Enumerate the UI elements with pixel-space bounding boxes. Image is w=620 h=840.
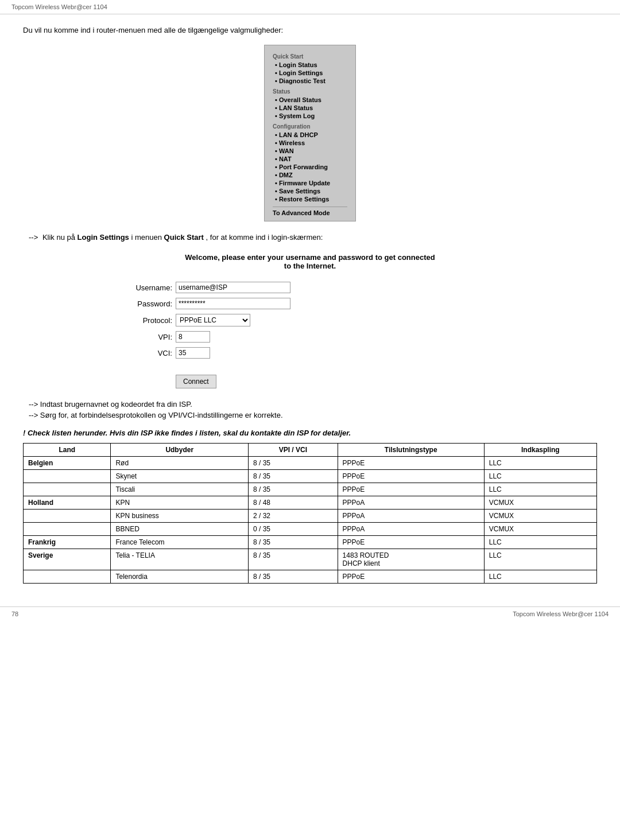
menu-item-wireless: Wireless [275, 139, 347, 147]
menu-item-dmz: DMZ [275, 171, 347, 179]
instruction-bold2: Quick Start [164, 233, 204, 242]
col-type: Tilslutningstype [338, 444, 484, 457]
cell-udbyder: BBNED [111, 523, 249, 536]
cell-indkaspling: LLC [484, 570, 596, 584]
password-input[interactable] [176, 298, 290, 309]
cell-vpi-vci: 8 / 48 [249, 496, 338, 510]
cell-land: Holland [24, 496, 111, 510]
table-row: Skynet8 / 35PPPoELLC [24, 470, 597, 483]
cell-indkaspling: VCMUX [484, 510, 596, 523]
cell-indkaspling: LLC [484, 457, 596, 470]
cell-vpi-vci: 8 / 35 [249, 470, 338, 483]
vpi-row: VPI: [126, 331, 597, 343]
connect-button[interactable]: Connect [176, 375, 216, 388]
protocol-row: Protocol: PPPoE LLC PPPoA LLC PPPoA VC-M… [126, 314, 597, 326]
login-form: Username: Password: Protocol: PPPoE LLC … [23, 282, 597, 388]
cell-indkaspling: LLC [484, 536, 596, 549]
header-title: Topcom Wireless Webr@cer 1104 [11, 3, 107, 10]
footer-page-number: 78 [11, 610, 18, 617]
cell-type: PPPoA [338, 496, 484, 510]
cell-type: 1483 ROUTED DHCP klient [338, 549, 484, 570]
cell-land [24, 470, 111, 483]
cell-type: PPPoE [338, 457, 484, 470]
cell-indkaspling: VCMUX [484, 496, 596, 510]
welcome-line2: to the Internet. [138, 262, 482, 270]
menu-section-configuration: Configuration [273, 123, 347, 130]
table-row: Telenordia8 / 35PPPoELLC [24, 570, 597, 584]
cell-vpi-vci: 8 / 35 [249, 570, 338, 584]
welcome-box: Welcome, please enter your username and … [138, 253, 482, 270]
table-row: KPN business2 / 32PPPoAVCMUX [24, 510, 597, 523]
menu-item-overall-status: Overall Status [275, 96, 347, 104]
cell-type: PPPoA [338, 510, 484, 523]
table-row: BelgienRød8 / 35PPPoELLC [24, 457, 597, 470]
menu-item-firmware-update: Firmware Update [275, 179, 347, 187]
cell-vpi-vci: 8 / 35 [249, 457, 338, 470]
cell-udbyder: Telia - TELIA [111, 549, 249, 570]
protocol-select[interactable]: PPPoE LLC PPPoA LLC PPPoA VC-MUX PPPoE V… [176, 314, 250, 326]
cell-udbyder: KPN [111, 496, 249, 510]
table-header-row: Land Udbyder VPI / VCI Tilslutningstype … [24, 444, 597, 457]
cell-land: Sverige [24, 549, 111, 570]
menu-item-login-status: Login Status [275, 61, 347, 69]
isp-table: Land Udbyder VPI / VCI Tilslutningstype … [23, 443, 597, 584]
cell-vpi-vci: 2 / 32 [249, 510, 338, 523]
menu-section-quick-start: Quick Start [273, 53, 347, 60]
hint-line1: --> Indtast brugernavnet og kodeordet fr… [23, 400, 597, 409]
menu-item-restore-settings: Restore Settings [275, 195, 347, 203]
username-input[interactable] [176, 282, 290, 293]
vpi-input[interactable] [176, 331, 210, 343]
cell-udbyder: Tiscali [111, 483, 249, 496]
vci-input[interactable] [176, 347, 210, 359]
cell-indkaspling: LLC [484, 483, 596, 496]
cell-udbyder: Rød [111, 457, 249, 470]
menu-item-lan-dhcp: LAN & DHCP [275, 131, 347, 139]
password-label: Password: [126, 300, 172, 308]
instruction-bold1: Login Settings [78, 233, 129, 242]
hint-line2: --> Sørg for, at forbindelsesprotokollen… [23, 411, 597, 419]
page-content: Du vil nu komme ind i router-menuen med … [0, 14, 620, 595]
footer-title: Topcom Wireless Webr@cer 1104 [513, 610, 609, 617]
table-row: HollandKPN8 / 48PPPoAVCMUX [24, 496, 597, 510]
username-row: Username: [126, 282, 597, 293]
menu-screenshot: Quick Start Login Status Login Settings … [23, 45, 597, 221]
menu-item-port-forwarding: Port Forwarding [275, 163, 347, 171]
cell-land [24, 483, 111, 496]
password-row: Password: [126, 298, 597, 309]
warning-text: ! Check listen herunder. Hvis din ISP ik… [23, 429, 597, 437]
cell-land [24, 510, 111, 523]
table-row: Tiscali8 / 35PPPoELLC [24, 483, 597, 496]
cell-vpi-vci: 0 / 35 [249, 523, 338, 536]
cell-land: Belgien [24, 457, 111, 470]
menu-item-lan-status: LAN Status [275, 104, 347, 112]
cell-udbyder: KPN business [111, 510, 249, 523]
cell-land: Frankrig [24, 536, 111, 549]
table-row: SverigeTelia - TELIA8 / 351483 ROUTED DH… [24, 549, 597, 570]
instruction-line: --> Klik nu på Login Settings i menuen Q… [23, 233, 597, 242]
col-vpi-vci: VPI / VCI [249, 444, 338, 457]
col-udbyder: Udbyder [111, 444, 249, 457]
welcome-line1: Welcome, please enter your username and … [138, 253, 482, 262]
cell-land [24, 570, 111, 584]
instruction-arrow: --> [29, 233, 38, 242]
cell-indkaspling: LLC [484, 470, 596, 483]
cell-udbyder: France Telecom [111, 536, 249, 549]
page-footer: 78 Topcom Wireless Webr@cer 1104 [0, 606, 620, 621]
configuration-list: LAN & DHCP Wireless WAN NAT Port Forward… [273, 131, 347, 203]
cell-type: PPPoE [338, 470, 484, 483]
menu-section-status: Status [273, 88, 347, 95]
cell-udbyder: Telenordia [111, 570, 249, 584]
connect-row: Connect [126, 365, 597, 388]
cell-vpi-vci: 8 / 35 [249, 536, 338, 549]
cell-vpi-vci: 8 / 35 [249, 549, 338, 570]
hint-lines: --> Indtast brugernavnet og kodeordet fr… [23, 400, 597, 419]
menu-item-advanced-mode: To Advanced Mode [273, 207, 347, 216]
cell-indkaspling: VCMUX [484, 523, 596, 536]
protocol-label: Protocol: [126, 316, 172, 325]
table-row: BBNED0 / 35PPPoAVCMUX [24, 523, 597, 536]
page-header: Topcom Wireless Webr@cer 1104 [0, 0, 620, 14]
cell-type: PPPoE [338, 570, 484, 584]
cell-type: PPPoA [338, 523, 484, 536]
vci-label: VCI: [126, 349, 172, 357]
menu-item-login-settings: Login Settings [275, 69, 347, 77]
